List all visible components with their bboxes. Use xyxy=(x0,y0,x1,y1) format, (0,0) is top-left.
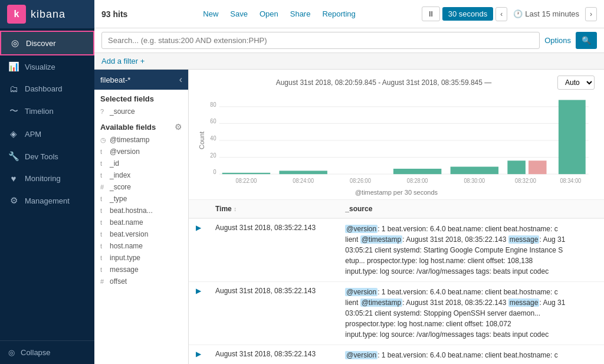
collapse-icon: ◎ xyxy=(8,348,15,357)
expand-row-2-button[interactable]: ▶ xyxy=(196,287,201,295)
share-button[interactable]: Share xyxy=(284,6,317,22)
field-beat-hostname: t beat.hostna... xyxy=(94,205,188,217)
beat-version-field-name: beat.version xyxy=(110,230,148,238)
content-area: filebeat-* ‹ Selected fields ? _source A… xyxy=(94,70,604,364)
topbar-controls: ⏸ 30 seconds ‹ 🕐 Last 15 minutes › xyxy=(422,6,597,21)
table-row: ▶ August 31st 2018, 08:35:22.143 @versio… xyxy=(189,218,604,282)
save-button[interactable]: Save xyxy=(224,6,254,22)
topbar-actions: New Save Open Share Reporting xyxy=(137,6,421,22)
expand-row-1-button[interactable]: ▶ xyxy=(196,224,201,232)
svg-text:0: 0 xyxy=(213,169,216,176)
svg-text:08:32:00: 08:32:00 xyxy=(515,177,536,184)
sidebar-item-devtools[interactable]: 🔧 Dev Tools xyxy=(0,145,94,168)
kibana-logo-icon: k xyxy=(7,5,26,24)
svg-text:80: 80 xyxy=(210,101,216,108)
results-area[interactable]: Time ↕ _source ▶ August 31st 2018, 08:35… xyxy=(189,200,604,364)
interval-badge[interactable]: 30 seconds xyxy=(442,7,494,21)
field-version: t @version xyxy=(94,146,188,158)
monitoring-icon: ♥ xyxy=(8,173,19,183)
expand-row-3-button[interactable]: ▶ xyxy=(196,350,201,358)
index-pattern-header: filebeat-* ‹ xyxy=(94,70,188,90)
sidebar-item-discover[interactable]: ◎ Discover xyxy=(0,31,94,55)
svg-text:08:28:00: 08:28:00 xyxy=(407,177,428,184)
table-row: ▶ August 31st 2018, 08:35:22.143 @versio… xyxy=(189,282,604,345)
score-type-icon: # xyxy=(100,183,106,191)
dashboard-icon: 🗂 xyxy=(8,84,19,94)
type-field-name: _type xyxy=(110,195,127,203)
pause-button[interactable]: ⏸ xyxy=(422,6,440,21)
timelion-icon: 〜 xyxy=(8,106,19,117)
gear-icon[interactable]: ⚙ xyxy=(175,122,182,132)
index-type-icon: t xyxy=(100,172,106,179)
management-icon: ⚙ xyxy=(8,195,19,206)
message-field-name: message xyxy=(110,265,139,274)
sidebar-item-discover-label: Discover xyxy=(26,39,56,48)
field-type: t _type xyxy=(94,193,188,205)
field-input-type: t input.type xyxy=(94,252,188,264)
last-time-label: Last 15 minutes xyxy=(525,9,579,18)
table-row: ▶ August 31st 2018, 08:35:22.143 @versio… xyxy=(189,345,604,365)
collapse-button[interactable]: ◎ Collapse xyxy=(0,340,94,364)
index-pattern-label: filebeat-* xyxy=(100,76,130,84)
next-arrow-button[interactable]: › xyxy=(585,7,597,21)
prev-arrow-button[interactable]: ‹ xyxy=(495,7,507,21)
field-index: t _index xyxy=(94,169,188,181)
filterbar: Add a filter + xyxy=(94,53,604,70)
field-beat-name: t beat.name xyxy=(94,217,188,228)
chart-header: August 31st 2018, 08:20:59.845 - August … xyxy=(198,76,595,90)
devtools-icon: 🔧 xyxy=(8,151,19,162)
svg-text:Count: Count xyxy=(199,132,205,149)
index-field-name: _index xyxy=(110,171,130,179)
field-host-name: t host.name xyxy=(94,240,188,252)
selected-field-source: ? _source xyxy=(94,106,188,117)
chart-x-label: @timestamp per 30 seconds xyxy=(198,188,595,199)
options-button[interactable]: Options xyxy=(544,36,571,45)
sidebar-logo: k kibana xyxy=(0,0,94,28)
selected-fields-title: Selected fields xyxy=(94,90,188,106)
svg-text:08:22:00: 08:22:00 xyxy=(236,177,257,184)
host-name-type-icon: t xyxy=(100,242,106,250)
sidebar-item-monitoring[interactable]: ♥ Monitoring xyxy=(0,168,94,189)
available-fields-header: Available fields ⚙ xyxy=(94,117,188,134)
auto-interval-select[interactable]: Auto xyxy=(557,76,595,90)
field-type-icon: ? xyxy=(100,108,106,115)
sidebar-item-monitoring-label: Monitoring xyxy=(25,174,61,183)
main-content: 93 hits New Save Open Share Reporting ⏸ … xyxy=(94,0,604,364)
search-button[interactable]: 🔍 xyxy=(576,32,597,49)
open-button[interactable]: Open xyxy=(254,6,284,22)
bar-2 xyxy=(279,170,327,174)
field-offset: # offset xyxy=(94,276,188,287)
search-input[interactable] xyxy=(101,32,540,49)
left-panel: filebeat-* ‹ Selected fields ? _source A… xyxy=(94,70,189,364)
field-name: _source xyxy=(110,107,135,116)
sidebar-item-timelion[interactable]: 〜 Timelion xyxy=(0,100,94,123)
row-1-source: @version: 1 beat.version: 6.4.0 beat.nam… xyxy=(338,218,604,282)
sidebar-item-management[interactable]: ⚙ Management xyxy=(0,189,94,212)
bar-7 xyxy=(559,100,586,174)
sidebar: k kibana ◎ Discover 📊 Visualize 🗂 Dashbo… xyxy=(0,0,94,364)
sidebar-item-apm-label: APM xyxy=(25,130,41,139)
sidebar-nav: ◎ Discover 📊 Visualize 🗂 Dashboard 〜 Tim… xyxy=(0,28,94,340)
field-message: t message xyxy=(94,264,188,276)
reporting-button[interactable]: Reporting xyxy=(316,6,361,22)
offset-field-name: offset xyxy=(110,277,127,286)
new-button[interactable]: New xyxy=(197,6,224,22)
sidebar-item-dashboard[interactable]: 🗂 Dashboard xyxy=(0,78,94,100)
chart-area: August 31st 2018, 08:20:59.845 - August … xyxy=(189,70,604,200)
sidebar-item-dashboard-label: Dashboard xyxy=(25,84,63,93)
add-filter-button[interactable]: Add a filter + xyxy=(101,57,145,65)
svg-text:08:30:00: 08:30:00 xyxy=(464,177,485,184)
row-3-time: August 31st 2018, 08:35:22.143 xyxy=(208,345,338,365)
field-score: # _score xyxy=(94,181,188,193)
panel-collapse-button[interactable]: ‹ xyxy=(179,74,182,85)
sidebar-item-visualize[interactable]: 📊 Visualize xyxy=(0,55,94,78)
host-name-field-name: host.name xyxy=(110,242,143,250)
col-source-header: _source xyxy=(338,200,604,218)
beat-hostname-field-name: beat.hostna... xyxy=(110,206,153,215)
topbar: 93 hits New Save Open Share Reporting ⏸ … xyxy=(94,0,604,28)
chart-date-range: August 31st 2018, 08:20:59.845 - August … xyxy=(210,78,557,87)
svg-text:60: 60 xyxy=(210,118,216,125)
sidebar-item-apm[interactable]: ◈ APM xyxy=(0,123,94,145)
beat-version-type-icon: t xyxy=(100,231,106,238)
col-time-header[interactable]: Time ↕ xyxy=(208,200,338,218)
